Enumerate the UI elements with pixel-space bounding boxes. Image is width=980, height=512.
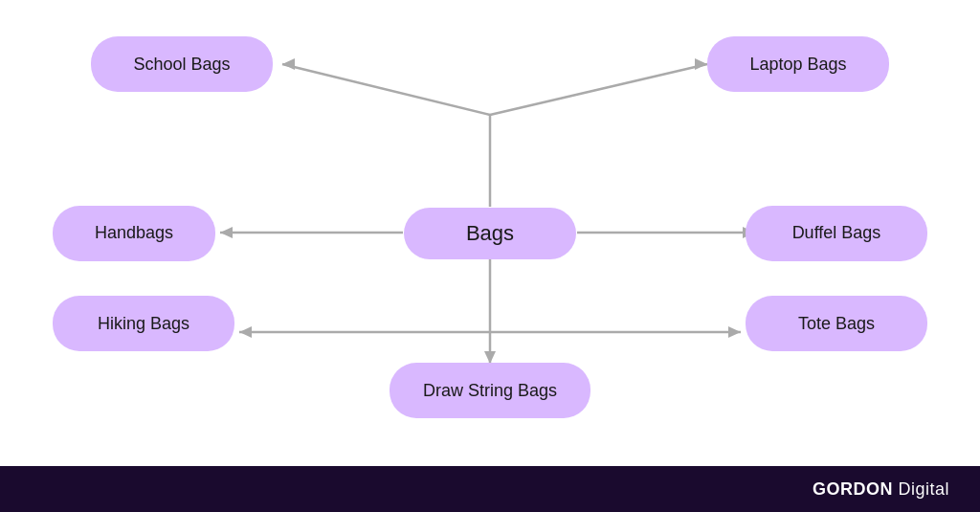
footer: GORDON Digital [0,466,980,512]
node-bags-label: Bags [466,221,514,246]
svg-marker-13 [728,326,741,338]
node-school-bags: School Bags [91,36,273,92]
node-school-bags-label: School Bags [133,55,230,75]
svg-marker-11 [239,326,252,338]
footer-logo-bold: GORDON [813,479,893,499]
node-handbags: Handbags [53,206,215,261]
node-handbags-label: Handbags [95,223,173,243]
node-bags: Bags [404,208,576,259]
node-duffel-bags-label: Duffel Bags [792,223,881,243]
node-tote-bags-label: Tote Bags [798,314,875,334]
diagram-canvas: Bags School Bags Laptop Bags Handbags Du… [0,0,980,466]
svg-line-1 [282,64,490,115]
node-hiking-bags-label: Hiking Bags [98,314,189,334]
svg-marker-3 [282,58,295,70]
node-drawstring-bags-label: Draw String Bags [423,381,557,401]
footer-logo: GORDON Digital [813,479,949,500]
footer-logo-regular: Digital [893,479,949,499]
node-duffel-bags: Duffel Bags [746,206,927,261]
svg-marker-4 [695,58,707,70]
node-tote-bags: Tote Bags [746,296,927,351]
node-hiking-bags: Hiking Bags [53,296,234,351]
svg-line-2 [490,64,707,115]
node-laptop-bags-label: Laptop Bags [749,55,846,75]
svg-marker-6 [220,227,233,238]
node-laptop-bags: Laptop Bags [707,36,889,92]
node-drawstring-bags: Draw String Bags [390,363,590,418]
